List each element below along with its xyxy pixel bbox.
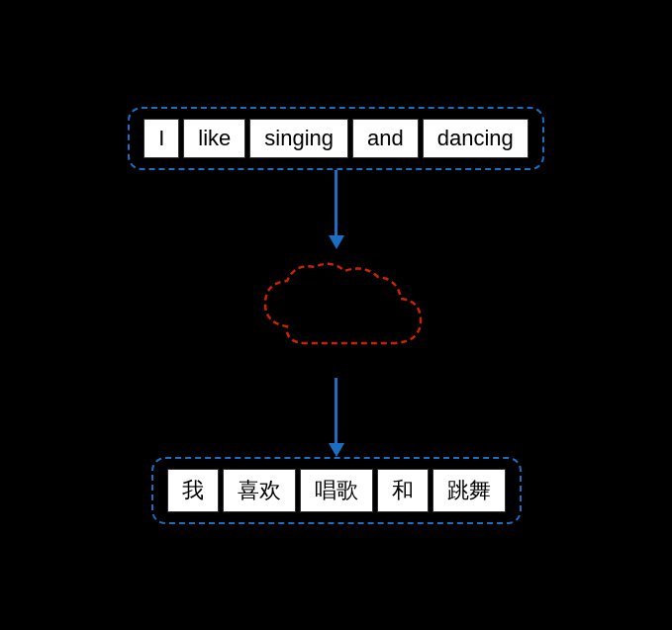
source-word-2: like: [183, 119, 245, 158]
arrow-head-top: [329, 235, 344, 249]
target-word-group: 我 喜欢 唱歌 和 跳舞: [151, 457, 522, 524]
translation-cloud-container: [238, 249, 435, 378]
arrow-line-bottom: [335, 378, 337, 443]
target-word-5: 跳舞: [432, 469, 506, 512]
source-word-3: singing: [249, 119, 348, 158]
arrow-line-top: [335, 170, 337, 235]
target-word-1: 我: [167, 469, 219, 512]
arrow-from-cloud: [329, 378, 344, 457]
target-word-3: 唱歌: [300, 469, 373, 512]
source-word-4: and: [352, 119, 419, 158]
arrow-to-cloud: [329, 170, 344, 249]
cloud-icon: [238, 249, 435, 378]
target-word-2: 喜欢: [223, 469, 296, 512]
translation-diagram: I like singing and dancing 我 喜欢 唱歌 和 跳舞: [128, 107, 544, 524]
source-word-1: I: [144, 119, 179, 158]
source-word-group: I like singing and dancing: [128, 107, 544, 170]
target-word-4: 和: [377, 469, 429, 512]
arrow-head-bottom: [329, 443, 344, 457]
source-word-5: dancing: [423, 119, 528, 158]
